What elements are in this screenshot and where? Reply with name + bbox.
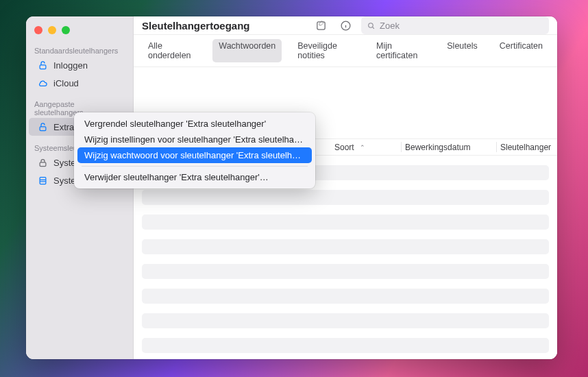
window-title: Sleutelhangertoegang	[142, 20, 305, 32]
empty-row-placeholder	[142, 190, 549, 205]
close-window-button[interactable]	[34, 26, 42, 34]
column-label: Sleutelhanger	[500, 143, 551, 152]
sidebar-item-login[interactable]: Inloggen	[29, 56, 130, 74]
window-controls	[26, 22, 133, 44]
search-placeholder: Zoek	[380, 21, 400, 31]
column-label: Bewerkingsdatum	[405, 143, 470, 152]
minimize-window-button[interactable]	[48, 26, 56, 34]
sidebar-item-label: Inloggen	[53, 60, 88, 71]
empty-row-placeholder	[142, 215, 549, 230]
zoom-window-button[interactable]	[62, 26, 70, 34]
menu-separator	[82, 166, 308, 167]
column-date-modified[interactable]: Bewerkingsdatum	[405, 143, 470, 152]
empty-row-placeholder	[142, 289, 549, 304]
tab-secure-notes[interactable]: Beveiligde notities	[291, 39, 360, 62]
tab-all[interactable]: Alle onderdelen	[142, 39, 203, 62]
keychain-context-menu: Vergrendel sleutelhanger 'Extra sleutelh…	[74, 112, 315, 188]
tab-keys[interactable]: Sleutels	[441, 39, 483, 62]
empty-row-placeholder	[142, 239, 549, 254]
cloud-icon	[37, 77, 48, 88]
toolbar: Sleutelhangertoegang Zoek	[134, 16, 557, 35]
info-button[interactable]	[336, 16, 354, 34]
column-label: Soort	[334, 143, 354, 152]
column-kind[interactable]: Soort ⌃	[334, 143, 365, 152]
tab-passwords[interactable]: Wachtwoorden	[212, 39, 282, 62]
menu-item-change-password[interactable]: Wijzig wachtwoord voor sleutelhanger 'Ex…	[77, 147, 312, 163]
compose-button[interactable]	[312, 16, 330, 34]
empty-row-placeholder	[142, 338, 549, 353]
sidebar-section-label: Standaardsleutelhangers	[26, 44, 133, 56]
menu-item-delete-keychain[interactable]: Verwijder sleutelhanger 'Extra sleutelha…	[77, 169, 312, 185]
menu-item-lock-keychain[interactable]: Vergrendel sleutelhanger 'Extra sleutelh…	[77, 116, 312, 132]
search-icon	[367, 21, 376, 30]
svg-rect-3	[40, 177, 46, 184]
svg-point-6	[369, 23, 373, 27]
sidebar-item-icloud[interactable]: iCloud	[29, 74, 130, 92]
cabinet-icon	[37, 175, 48, 186]
lock-icon	[37, 157, 48, 168]
svg-rect-1	[40, 126, 46, 130]
menu-item-change-settings[interactable]: Wijzig instellingen voor sleutelhanger '…	[77, 132, 312, 147]
unlock-icon	[37, 121, 48, 132]
column-keychain[interactable]: Sleutelhanger	[500, 143, 551, 152]
sidebar-item-label: iCloud	[53, 78, 79, 88]
tab-my-certificates[interactable]: Mijn certificaten	[370, 39, 431, 62]
empty-row-placeholder	[142, 264, 549, 279]
unlock-icon	[37, 60, 48, 71]
tab-certificates[interactable]: Certificaten	[493, 39, 549, 62]
search-field[interactable]: Zoek	[361, 16, 549, 34]
filter-tabs: Alle onderdelen Wachtwoorden Beveiligde …	[134, 35, 557, 67]
svg-rect-0	[40, 64, 46, 69]
sort-ascending-icon: ⌃	[360, 144, 365, 151]
empty-row-placeholder	[142, 313, 549, 328]
svg-rect-2	[40, 162, 46, 166]
